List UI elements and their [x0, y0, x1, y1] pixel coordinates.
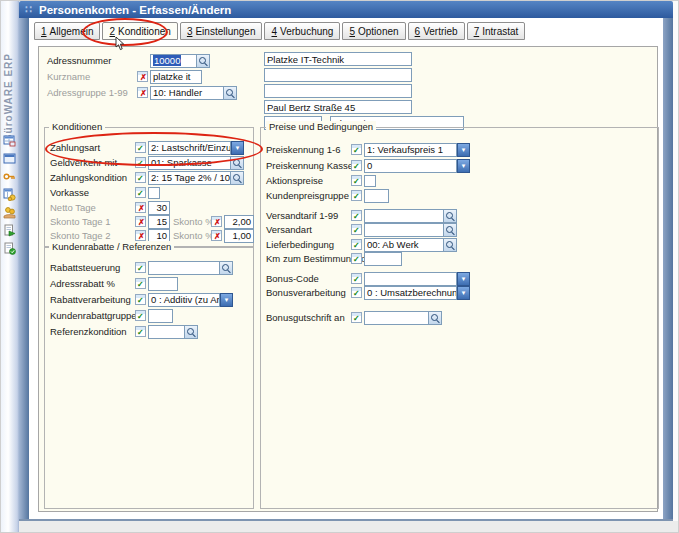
konditionen-group-title: Konditionen — [49, 121, 105, 132]
skonto1-pct-input[interactable]: 2,00 — [224, 215, 254, 229]
kundenrabattgruppe-label: Kundenrabattgruppe — [50, 310, 135, 321]
tab-verbuchung[interactable]: 4Verbuchung — [264, 22, 340, 40]
document-export-icon[interactable] — [3, 224, 16, 237]
netto-tage-input[interactable]: 30 — [148, 201, 170, 215]
table-icon[interactable] — [3, 134, 16, 147]
zahlungsart-dropdown-button[interactable]: ▼ — [231, 141, 244, 155]
field-edit-icon: ✓ — [351, 253, 362, 264]
preiskennung-label: Preiskennung 1-6 — [266, 144, 351, 155]
rabattverarbeitung-dropdown-button[interactable]: ▼ — [220, 293, 233, 307]
address-street-field[interactable]: Paul Bertz Straße 45 — [264, 100, 412, 114]
window-frame-left — [19, 18, 29, 521]
field-edit-icon: ✓ — [351, 239, 362, 250]
kurzname-input[interactable]: platzke it — [150, 70, 202, 84]
bonusgutschrift-lookup-button[interactable] — [429, 311, 442, 325]
bonuscode-dropdown-button[interactable]: ▼ — [457, 272, 470, 286]
referenzkondition-field[interactable] — [148, 325, 185, 339]
preiskennung-kasse-row: Preiskennung Kasse ✓ 0▼ — [266, 158, 470, 173]
versandart-row: Versandart ✓ — [266, 222, 457, 237]
vorkasse-checkbox[interactable] — [148, 187, 160, 199]
adressrabatt-input[interactable] — [148, 277, 178, 291]
tab-einstellungen[interactable]: 3Einstellungen — [180, 22, 263, 40]
geldverkehr-label: Geldverkehr mit — [50, 157, 135, 168]
geldverkehr-lookup-button[interactable] — [231, 156, 244, 170]
bonusverarbeitung-combobox[interactable]: 0 : Umsatzberechnung Adr — [364, 286, 457, 300]
versandtarif-lookup-button[interactable] — [444, 209, 457, 223]
background-area — [19, 521, 679, 533]
adressnummer-input[interactable]: 10000 — [150, 54, 197, 68]
skonto2-pct-input[interactable]: 1,00 — [224, 229, 254, 243]
geldverkehr-combobox[interactable]: 01: Sparkasse — [148, 156, 231, 170]
coins-hand-icon[interactable] — [3, 206, 16, 219]
field-clear-icon: ✗ — [137, 71, 148, 82]
kundenpreisgruppe-input[interactable] — [364, 189, 389, 203]
versandart-lookup-button[interactable] — [444, 223, 457, 237]
adressgruppe-row: Adressgruppe 1-99 ✗ 10: Händler — [47, 85, 237, 100]
preiskennung-row: Preiskennung 1-6 ✓ 1: Verkaufspreis 1▼ — [266, 142, 470, 157]
referenzkondition-lookup-button[interactable] — [185, 325, 198, 339]
lieferbedingung-lookup-button[interactable] — [444, 238, 457, 252]
address-name2-field[interactable] — [264, 68, 412, 82]
netto-tage-row: Netto Tage ✗ 30 — [50, 200, 170, 215]
launcher-strip: BüroWARE ERP — [1, 1, 19, 533]
document-check-icon[interactable] — [3, 242, 16, 255]
field-edit-icon: ✓ — [135, 142, 146, 153]
aktionspreise-checkbox[interactable] — [364, 175, 376, 187]
address-name3-field[interactable] — [264, 84, 412, 98]
bonuscode-row: Bonus-Code ✓ ▼ — [266, 271, 470, 286]
versandtarif-field[interactable] — [364, 209, 444, 223]
adressnummer-label: Adressnummer — [47, 55, 137, 66]
rabattsteuerung-field[interactable] — [148, 261, 220, 275]
field-clear-icon: ✗ — [211, 216, 222, 227]
preiskennung-kasse-dropdown-button[interactable]: ▼ — [457, 159, 470, 173]
key-icon[interactable] — [3, 170, 16, 183]
kundenrabattgruppe-input[interactable] — [148, 309, 173, 323]
adressgruppe-combobox[interactable]: 10: Händler — [150, 86, 224, 100]
rabattverarbeitung-combobox[interactable]: 0 : Additiv (zu Artikel/WGR — [148, 293, 220, 307]
brand-logo: BüroWARE ERP — [3, 53, 14, 142]
launcher-icons — [3, 134, 16, 255]
bonusverarbeitung-dropdown-button[interactable]: ▼ — [457, 286, 470, 300]
field-edit-icon: ✓ — [135, 278, 146, 289]
window-titlebar[interactable]: ∷ Personenkonten - Erfassen/Ändern — [19, 1, 673, 18]
rabattsteuerung-lookup-button[interactable] — [220, 261, 233, 275]
window-icon[interactable] — [3, 152, 16, 165]
preiskennung-kasse-combobox[interactable]: 0 — [364, 159, 457, 173]
form-panel: Adressnummer 10000 Kurzname ✗ platzke it… — [38, 46, 658, 512]
address-name1-field[interactable]: Platzke IT-Technik — [264, 52, 412, 66]
zahlungskondition-lookup-button[interactable] — [231, 171, 244, 185]
skonto1-tage-input[interactable]: 15 — [148, 215, 170, 229]
field-edit-icon: ✓ — [135, 172, 146, 183]
calculator-coins-icon[interactable] — [3, 188, 16, 201]
bonusgutschrift-field[interactable] — [364, 311, 429, 325]
field-edit-icon: ✓ — [135, 326, 146, 337]
tab-bar: 1Allgemein 2Konditionen 3Einstellungen 4… — [34, 22, 525, 40]
adressrabatt-row: Adressrabatt % ✓ — [50, 276, 178, 291]
tab-allgemein[interactable]: 1Allgemein — [34, 22, 100, 40]
tab-vertrieb[interactable]: 6Vertrieb — [408, 22, 465, 40]
field-edit-icon: ✓ — [351, 224, 362, 235]
km-label: Km zum Bestimmungsort — [266, 253, 351, 264]
tab-optionen[interactable]: 5Optionen — [342, 22, 405, 40]
versandart-field[interactable] — [364, 223, 444, 237]
zahlungsart-combobox[interactable]: 2: Lastschrift/Einzugserm — [148, 141, 231, 155]
window-title: Personenkonten - Erfassen/Ändern — [39, 4, 231, 16]
adressgruppe-lookup-button[interactable] — [224, 86, 237, 100]
km-input[interactable] — [364, 252, 402, 266]
preiskennung-dropdown-button[interactable]: ▼ — [457, 143, 470, 157]
tab-intrastat[interactable]: 7Intrastat — [467, 22, 526, 40]
zahlungskondition-combobox[interactable]: 2: 15 Tage 2% / 10 Tag — [148, 171, 231, 185]
tab-konditionen[interactable]: 2Konditionen — [102, 22, 177, 40]
field-edit-icon: ✓ — [351, 273, 362, 284]
preise-group-title: Preise und Bedingungen — [266, 121, 376, 132]
bonuscode-combobox[interactable] — [364, 272, 457, 286]
field-clear-icon: ✗ — [137, 87, 148, 98]
lieferbedingung-field[interactable]: 00: Ab Werk — [364, 238, 444, 252]
versandtarif-row: Versandtarif 1-99 ✓ — [266, 208, 457, 223]
km-row: Km zum Bestimmungsort ✓ — [266, 251, 402, 266]
skonto1-label: Skonto Tage 1 — [50, 216, 135, 227]
field-edit-icon: ✓ — [351, 287, 362, 298]
preiskennung-combobox[interactable]: 1: Verkaufspreis 1 — [364, 143, 457, 157]
adressnummer-lookup-button[interactable] — [197, 54, 210, 68]
mouse-cursor — [115, 37, 125, 51]
